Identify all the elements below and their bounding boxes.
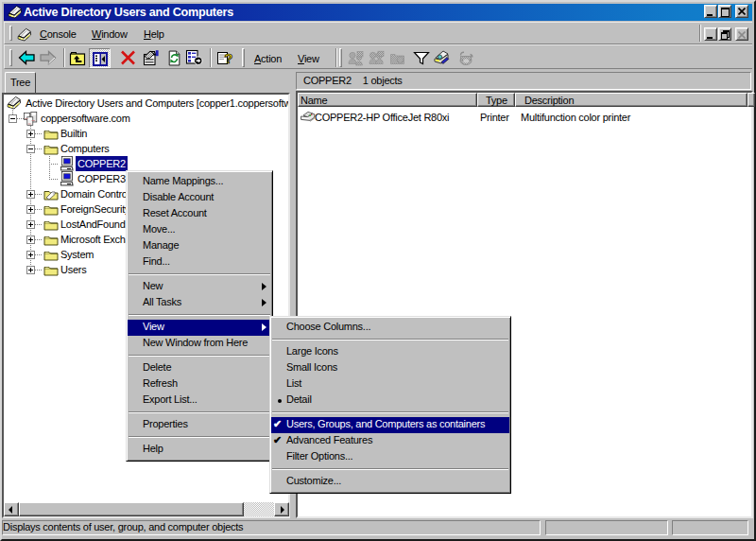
svg-text:?: ? xyxy=(224,50,232,66)
